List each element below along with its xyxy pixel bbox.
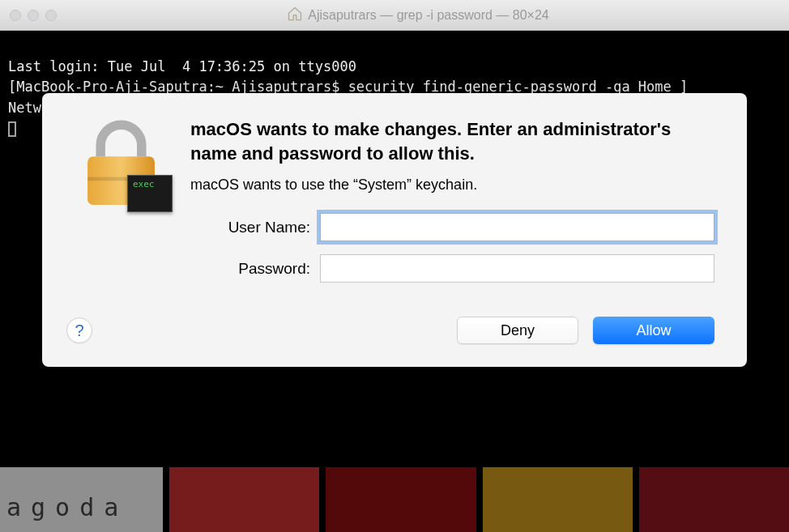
- lock-icon: exec: [75, 117, 168, 211]
- background-content: agoda: [0, 467, 789, 532]
- window-minimize-button[interactable]: [28, 10, 39, 21]
- username-label: User Name:: [190, 219, 320, 236]
- dialog-subtitle: macOS wants to use the “System” keychain…: [190, 177, 714, 194]
- allow-button[interactable]: Allow: [593, 317, 714, 344]
- background-tile: [326, 467, 476, 532]
- dialog-title: macOS wants to make changes. Enter an ad…: [190, 117, 714, 165]
- auth-dialog: exec macOS wants to make changes. Enter …: [42, 93, 747, 367]
- terminal-line: Last login: Tue Jul 4 17:36:25 on ttys00…: [8, 58, 356, 74]
- terminal-cursor: [8, 121, 16, 137]
- background-tile: [639, 467, 789, 532]
- password-input[interactable]: [320, 254, 714, 283]
- background-tile: agoda: [0, 467, 163, 532]
- window-close-button[interactable]: [10, 10, 21, 21]
- terminal-line: [MacBook-Pro-Aji-Saputra:~ Ajisaputrars$…: [8, 79, 688, 95]
- window-zoom-button[interactable]: [45, 10, 57, 21]
- window-title: Ajisaputrars — grep -i password — 80×24: [57, 6, 779, 25]
- username-input[interactable]: [320, 213, 714, 241]
- window-titlebar: Ajisaputrars — grep -i password — 80×24: [0, 0, 789, 31]
- background-tile: [169, 467, 319, 532]
- deny-button[interactable]: Deny: [457, 317, 578, 344]
- window-traffic-lights: [10, 10, 57, 21]
- password-label: Password:: [190, 260, 320, 278]
- window-title-text: Ajisaputrars — grep -i password — 80×24: [308, 8, 548, 23]
- exec-badge-icon: exec: [127, 175, 173, 212]
- home-icon: [287, 6, 303, 25]
- background-tile: [483, 467, 633, 532]
- help-button[interactable]: ?: [66, 317, 92, 343]
